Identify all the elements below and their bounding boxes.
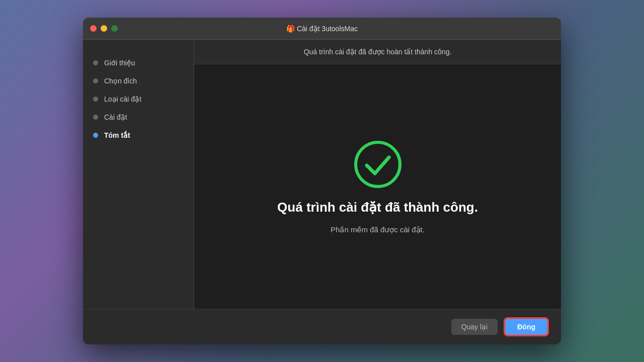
top-message: Quá trình cài đặt đã được hoàn tất thành… — [194, 40, 561, 64]
main-content: Quá trình cài đặt đã được hoàn tất thành… — [194, 40, 561, 309]
back-button[interactable]: Quay lại — [451, 319, 498, 335]
close-window-button[interactable] — [90, 25, 97, 32]
sidebar-item-chon-dich: Chọn đích — [83, 73, 194, 89]
sidebar-item-loai-cai-dat: Loại cài đặt — [83, 91, 194, 107]
sidebar-label-loai-cai-dat: Loại cài đặt — [104, 95, 141, 103]
sidebar-item-cai-dat: Cài đặt — [83, 109, 194, 125]
sidebar-dot-gioi-thieu — [93, 60, 98, 65]
sidebar-dot-cai-dat — [93, 115, 98, 120]
sidebar-item-tom-tat: Tóm tắt — [83, 127, 194, 143]
window-title: 🎁 Cài đặt 3utoolsMac — [286, 25, 358, 33]
installer-window: 🎁 Cài đặt 3utoolsMac Giới thiệu Chọn đíc… — [83, 18, 561, 344]
success-checkmark-icon — [353, 139, 403, 190]
sidebar-label-gioi-thieu: Giới thiệu — [104, 59, 135, 67]
sidebar-dot-tom-tat — [93, 133, 98, 138]
sidebar-label-chon-dich: Chọn đích — [104, 77, 137, 85]
sidebar-dot-chon-dich — [93, 78, 98, 83]
success-title: Quá trình cài đặt đã thành công. — [277, 200, 478, 215]
footer: Quay lại Đóng — [83, 309, 561, 344]
success-subtitle: Phần mềm đã được cài đặt. — [331, 225, 425, 234]
maximize-window-button[interactable] — [111, 25, 118, 32]
sidebar-label-cai-dat: Cài đặt — [104, 113, 127, 121]
svg-point-0 — [356, 142, 400, 187]
titlebar: 🎁 Cài đặt 3utoolsMac — [83, 18, 561, 40]
sidebar-dot-loai-cai-dat — [93, 97, 98, 102]
traffic-lights — [90, 25, 118, 32]
sidebar-item-gioi-thieu: Giới thiệu — [83, 55, 194, 71]
close-button[interactable]: Đóng — [504, 317, 549, 336]
success-area: Quá trình cài đặt đã thành công. Phần mề… — [194, 64, 561, 309]
content-area: Giới thiệu Chọn đích Loại cài đặt Cài đặ… — [83, 40, 561, 309]
sidebar: Giới thiệu Chọn đích Loại cài đặt Cài đặ… — [83, 40, 194, 309]
minimize-window-button[interactable] — [101, 25, 107, 32]
sidebar-label-tom-tat: Tóm tắt — [104, 131, 130, 139]
